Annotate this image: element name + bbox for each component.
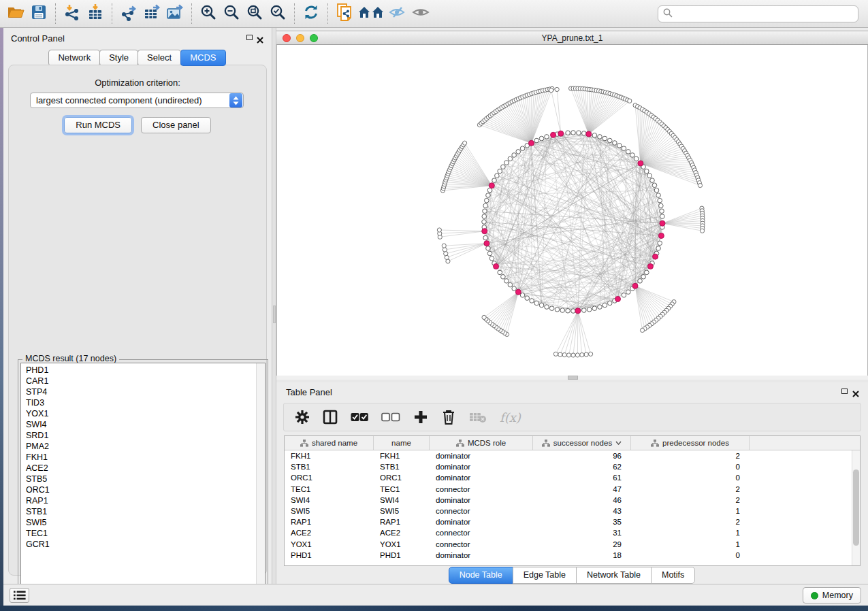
optimization-criterion-select[interactable]: largest connected component (undirected) bbox=[30, 93, 244, 108]
graph-node[interactable] bbox=[577, 131, 581, 135]
graph-node[interactable] bbox=[498, 270, 502, 275]
show-all-button[interactable] bbox=[409, 2, 432, 25]
table-row[interactable]: PHD1PHD1dominator180 bbox=[285, 550, 860, 561]
graph-node[interactable] bbox=[592, 133, 597, 138]
graph-node[interactable] bbox=[485, 198, 489, 203]
zoom-in-button[interactable] bbox=[197, 2, 220, 25]
graph-node[interactable] bbox=[654, 188, 659, 193]
graph-hub-node[interactable] bbox=[482, 229, 487, 234]
float-table-panel-icon[interactable] bbox=[841, 389, 848, 394]
graph-hub-node[interactable] bbox=[575, 308, 581, 314]
graph-node[interactable] bbox=[545, 305, 549, 310]
add-column-button[interactable] bbox=[413, 410, 428, 425]
graph-node[interactable] bbox=[534, 138, 539, 143]
graph-leaf-node[interactable] bbox=[588, 352, 592, 356]
mcds-result-item[interactable]: FKH1 bbox=[21, 452, 265, 463]
graph-hub-node[interactable] bbox=[494, 264, 499, 269]
graph-node[interactable] bbox=[626, 150, 630, 154]
graph-node[interactable] bbox=[658, 198, 662, 203]
zoom-out-button[interactable] bbox=[220, 2, 243, 25]
column-header-mcds-role[interactable]: MCDS role bbox=[430, 436, 533, 450]
tab-style[interactable]: Style bbox=[99, 50, 138, 66]
mcds-result-item[interactable]: RAP1 bbox=[21, 495, 265, 506]
graph-node[interactable] bbox=[656, 246, 661, 251]
mcds-result-item[interactable]: PHD1 bbox=[21, 365, 265, 376]
run-mcds-button[interactable]: Run MCDS bbox=[64, 117, 132, 133]
graph-leaf-node[interactable] bbox=[558, 352, 562, 357]
graph-node[interactable] bbox=[587, 308, 592, 312]
task-history-button[interactable] bbox=[10, 588, 29, 603]
graph-hub-node[interactable] bbox=[558, 131, 564, 136]
graph-leaf-node[interactable] bbox=[584, 352, 588, 357]
splitter-handle[interactable] bbox=[273, 306, 276, 323]
export-network-button[interactable] bbox=[117, 2, 140, 25]
refresh-view-button[interactable] bbox=[300, 2, 323, 25]
mcds-result-item[interactable]: ORC1 bbox=[21, 484, 265, 495]
graph-node[interactable] bbox=[645, 169, 649, 174]
tab-node-table[interactable]: Node Table bbox=[449, 567, 513, 584]
graph-node[interactable] bbox=[539, 136, 544, 141]
graph-hub-node[interactable] bbox=[658, 233, 664, 238]
graph-leaf-node[interactable] bbox=[628, 99, 632, 103]
graph-node[interactable] bbox=[516, 150, 521, 154]
graph-node[interactable] bbox=[525, 296, 530, 301]
graph-node[interactable] bbox=[566, 131, 570, 135]
close-table-panel-icon[interactable] bbox=[852, 388, 859, 395]
mcds-result-item[interactable]: SWI5 bbox=[21, 517, 265, 528]
mcds-result-item[interactable]: ACE2 bbox=[21, 463, 265, 474]
tab-edge-table[interactable]: Edge Table bbox=[513, 567, 577, 584]
graph-node[interactable] bbox=[650, 178, 655, 183]
graph-node[interactable] bbox=[495, 174, 500, 178]
graph-node[interactable] bbox=[520, 293, 525, 298]
zoom-fit-button[interactable] bbox=[243, 2, 266, 25]
graph-leaf-node[interactable] bbox=[445, 255, 449, 259]
import-network-button[interactable] bbox=[61, 2, 84, 25]
graph-node[interactable] bbox=[645, 270, 649, 275]
graph-node[interactable] bbox=[660, 214, 664, 219]
graph-node[interactable] bbox=[560, 308, 565, 313]
graph-node[interactable] bbox=[489, 256, 494, 261]
graph-hub-node[interactable] bbox=[647, 264, 653, 269]
duplicate-network-button[interactable] bbox=[333, 2, 356, 25]
graph-node[interactable] bbox=[602, 303, 607, 308]
graph-node[interactable] bbox=[508, 156, 513, 161]
graph-leaf-node[interactable] bbox=[437, 228, 441, 232]
graph-leaf-node[interactable] bbox=[549, 88, 553, 93]
tab-mcds[interactable]: MCDS bbox=[180, 50, 225, 66]
mcds-result-item[interactable]: PMA2 bbox=[21, 441, 265, 452]
graph-leaf-node[interactable] bbox=[575, 353, 579, 357]
select-all-checkboxes-button[interactable] bbox=[351, 412, 368, 422]
graph-node[interactable] bbox=[598, 135, 602, 139]
save-session-button[interactable] bbox=[27, 2, 50, 25]
table-row[interactable]: RAP1RAP1dominator352 bbox=[285, 516, 860, 527]
graph-node[interactable] bbox=[512, 153, 517, 158]
graph-hub-node[interactable] bbox=[615, 296, 621, 301]
graph-node[interactable] bbox=[638, 279, 643, 284]
graph-node[interactable] bbox=[626, 290, 630, 295]
graph-node[interactable] bbox=[634, 156, 639, 161]
graph-leaf-node[interactable] bbox=[698, 183, 702, 187]
first-neighbors-button[interactable] bbox=[356, 2, 386, 25]
graph-node[interactable] bbox=[504, 279, 509, 284]
graph-node[interactable] bbox=[483, 203, 488, 208]
graph-node[interactable] bbox=[602, 136, 607, 141]
graph-node[interactable] bbox=[607, 138, 612, 143]
memory-button[interactable]: Memory bbox=[803, 587, 861, 604]
close-panel-button[interactable]: Close panel bbox=[141, 117, 211, 133]
table-settings-button[interactable] bbox=[295, 410, 310, 425]
mcds-result-list[interactable]: PHD1CAR1STP4TID3YOX1SWI4SRD1PMA2FKH1ACE2… bbox=[20, 363, 266, 607]
graph-leaf-node[interactable] bbox=[571, 353, 575, 357]
graph-leaf-node[interactable] bbox=[553, 352, 558, 356]
graph-node[interactable] bbox=[504, 161, 509, 165]
graph-leaf-node[interactable] bbox=[482, 315, 486, 319]
graph-node[interactable] bbox=[652, 183, 657, 188]
graph-node[interactable] bbox=[549, 306, 554, 311]
table-row[interactable]: YOX1YOX1connector291 bbox=[285, 539, 860, 550]
graph-node[interactable] bbox=[592, 306, 597, 311]
graph-node[interactable] bbox=[482, 214, 487, 219]
column-view-button[interactable] bbox=[323, 410, 338, 425]
export-table-button[interactable] bbox=[140, 2, 163, 25]
table-row[interactable]: STB1STB1dominator620 bbox=[285, 461, 860, 472]
graph-node[interactable] bbox=[581, 308, 586, 313]
graph-node[interactable] bbox=[571, 309, 576, 314]
